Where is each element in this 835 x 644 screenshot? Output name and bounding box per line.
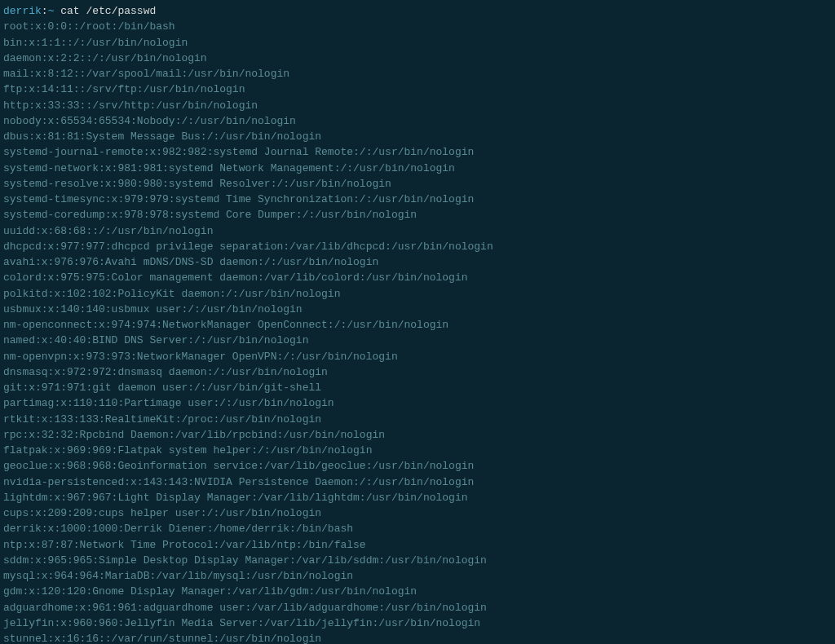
output-line: sddm:x:965:965:Simple Desktop Display Ma…: [3, 553, 832, 568]
prompt-separator: :: [42, 5, 48, 17]
output-line: systemd-timesync:x:979:979:systemd Time …: [3, 192, 832, 207]
output-line: dbus:x:81:81:System Message Bus:/:/usr/b…: [3, 129, 832, 144]
output-line: git:x:971:971:git daemon user:/:/usr/bin…: [3, 380, 832, 395]
output-line: ntp:x:87:87:Network Time Protocol:/var/l…: [3, 537, 832, 553]
output-line: rtkit:x:133:133:RealtimeKit:/proc:/usr/b…: [3, 412, 832, 427]
output-line: root:x:0:0::/root:/bin/bash: [3, 19, 832, 34]
prompt-command: cat /etc/passwd: [54, 5, 156, 17]
output-line: nobody:x:65534:65534:Nobody:/:/usr/bin/n…: [3, 113, 832, 129]
prompt-user: derrik: [3, 5, 42, 17]
output-line: adguardhome:x:961:961:adguardhome user:/…: [3, 600, 832, 615]
output-line: nvidia-persistenced:x:143:143:NVIDIA Per…: [3, 474, 832, 490]
output-line: systemd-journal-remote:x:982:982:systemd…: [3, 144, 832, 160]
output-line: jellyfin:x:960:960:Jellyfin Media Server…: [3, 615, 832, 631]
output-line: flatpak:x:969:969:Flatpak system helper:…: [3, 443, 832, 458]
output-line: cups:x:209:209:cups helper user:/:/usr/b…: [3, 505, 832, 521]
output-line: dnsmasq:x:972:972:dnsmasq daemon:/:/usr/…: [3, 364, 832, 380]
output-line: uuidd:x:68:68::/:/usr/bin/nologin: [3, 223, 832, 239]
terminal-window[interactable]: derrik:~ cat /etc/passwd root:x:0:0::/ro…: [3, 3, 832, 641]
output-line: colord:x:975:975:Color management daemon…: [3, 270, 832, 285]
output-line: ftp:x:14:11::/srv/ftp:/usr/bin/nologin: [3, 82, 832, 97]
output-line: systemd-network:x:981:981:systemd Networ…: [3, 161, 832, 176]
prompt-line: derrik:~ cat /etc/passwd: [3, 3, 832, 19]
output-line: http:x:33:33::/srv/http:/usr/bin/nologin: [3, 98, 832, 113]
output-line: systemd-resolve:x:980:980:systemd Resolv…: [3, 176, 832, 192]
output-line: rpc:x:32:32:Rpcbind Daemon:/var/lib/rpcb…: [3, 427, 832, 443]
output-line: nm-openvpn:x:973:973:NetworkManager Open…: [3, 349, 832, 364]
output-line: bin:x:1:1::/:/usr/bin/nologin: [3, 35, 832, 51]
output-line: derrik:x:1000:1000:Derrik Diener:/home/d…: [3, 521, 832, 536]
output-line: usbmux:x:140:140:usbmux user:/:/usr/bin/…: [3, 302, 832, 317]
output-line: partimag:x:110:110:Partimage user:/:/usr…: [3, 395, 832, 411]
output-line: systemd-coredump:x:978:978:systemd Core …: [3, 207, 832, 223]
terminal-output: root:x:0:0::/root:/bin/bashbin:x:1:1::/:…: [3, 19, 832, 644]
output-line: named:x:40:40:BIND DNS Server:/:/usr/bin…: [3, 333, 832, 348]
output-line: gdm:x:120:120:Gnome Display Manager:/var…: [3, 584, 832, 599]
output-line: lightdm:x:967:967:Light Display Manager:…: [3, 490, 832, 505]
output-line: mail:x:8:12::/var/spool/mail:/usr/bin/no…: [3, 66, 832, 82]
output-line: nm-openconnect:x:974:974:NetworkManager …: [3, 317, 832, 333]
output-line: dhcpcd:x:977:977:dhcpcd privilege separa…: [3, 239, 832, 254]
output-line: avahi:x:976:976:Avahi mDNS/DNS-SD daemon…: [3, 254, 832, 270]
output-line: mysql:x:964:964:MariaDB:/var/lib/mysql:/…: [3, 568, 832, 584]
output-line: stunnel:x:16:16::/var/run/stunnel:/usr/b…: [3, 631, 832, 644]
output-line: daemon:x:2:2::/:/usr/bin/nologin: [3, 51, 832, 66]
output-line: geoclue:x:968:968:Geoinformation service…: [3, 458, 832, 474]
output-line: polkitd:x:102:102:PolicyKit daemon:/:/us…: [3, 286, 832, 302]
